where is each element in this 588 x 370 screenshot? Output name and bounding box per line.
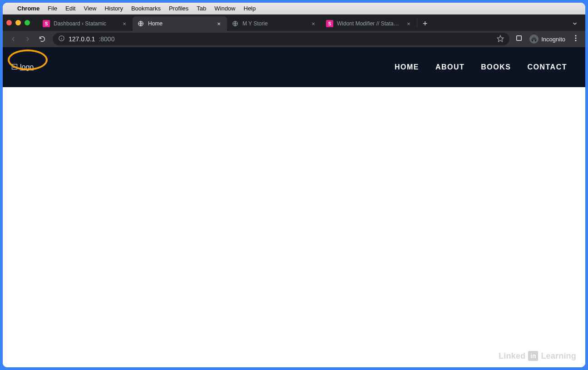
site-info-icon[interactable] — [58, 35, 65, 43]
macos-menubar: Chrome File Edit View History Bookmarks … — [3, 3, 585, 15]
nav-contact[interactable]: CONTACT — [527, 63, 567, 71]
window-controls — [6, 15, 30, 31]
close-window-button[interactable] — [6, 20, 12, 25]
chrome-toolbar: 127.0.0.1:8000 Incognito — [3, 31, 585, 47]
view-menu[interactable]: View — [84, 5, 96, 12]
incognito-icon — [529, 35, 539, 44]
window-menu[interactable]: Window — [214, 5, 235, 12]
close-tab-icon[interactable]: × — [121, 21, 128, 27]
nav-books[interactable]: BOOKS — [481, 63, 511, 71]
back-button[interactable] — [9, 35, 17, 43]
statamic-favicon-icon: S — [326, 20, 333, 27]
tab-title: Widont Modifier // Statamic 3 D — [337, 20, 401, 27]
tabs-overflow-button[interactable] — [568, 16, 582, 31]
linkedin-in-icon: in — [528, 351, 538, 361]
incognito-badge[interactable]: Incognito — [528, 34, 567, 44]
linkedin-learning-watermark: Linked in Learning — [499, 351, 576, 361]
tab-title: Home — [148, 20, 212, 27]
edit-menu[interactable]: Edit — [65, 5, 75, 12]
history-menu[interactable]: History — [104, 5, 123, 12]
chrome-tab-strip: S Dashboard ‹ Statamic × Home × M Y Stor… — [3, 15, 585, 31]
site-logo[interactable]: logo — [12, 63, 34, 71]
tabs-container: S Dashboard ‹ Statamic × Home × M Y Stor… — [38, 15, 433, 31]
forward-button[interactable] — [24, 35, 32, 43]
watermark-text: Linked — [499, 351, 525, 361]
incognito-label: Incognito — [541, 36, 565, 43]
url-host: 127.0.0.1 — [69, 35, 95, 43]
svg-point-7 — [575, 35, 577, 36]
site-nav: HOME ABOUT BOOKS CONTACT — [395, 63, 567, 71]
logo-alt-text: logo — [20, 63, 34, 71]
new-tab-button[interactable]: + — [417, 16, 433, 31]
fullscreen-window-button[interactable] — [25, 20, 30, 25]
site-header: logo HOME ABOUT BOOKS CONTACT — [3, 47, 585, 87]
tab-menu[interactable]: Tab — [197, 5, 206, 12]
svg-point-9 — [575, 40, 577, 41]
tab-dashboard[interactable]: S Dashboard ‹ Statamic × — [38, 16, 133, 31]
globe-favicon-icon — [232, 20, 239, 27]
tab-title: M Y Storie — [242, 20, 306, 27]
profiles-menu[interactable]: Profiles — [169, 5, 188, 12]
svg-rect-6 — [517, 36, 522, 41]
nav-about[interactable]: ABOUT — [435, 63, 464, 71]
toolbar-right: Incognito — [513, 34, 582, 44]
svg-point-8 — [575, 38, 577, 39]
reload-button[interactable] — [38, 35, 46, 43]
close-tab-icon[interactable]: × — [215, 21, 222, 27]
globe-favicon-icon — [137, 20, 144, 27]
tab-home[interactable]: Home × — [133, 16, 227, 31]
bookmarks-menu[interactable]: Bookmarks — [131, 5, 161, 12]
bookmark-star-icon[interactable] — [497, 35, 504, 44]
tab-widont[interactable]: S Widont Modifier // Statamic 3 D × — [321, 16, 417, 31]
svg-marker-5 — [498, 35, 504, 41]
app-menu[interactable]: Chrome — [17, 5, 40, 12]
nav-buttons — [6, 35, 49, 43]
broken-image-icon — [12, 64, 18, 70]
help-menu[interactable]: Help — [244, 5, 256, 12]
close-tab-icon[interactable]: × — [405, 21, 412, 27]
watermark-text: Learning — [541, 351, 576, 361]
address-bar[interactable]: 127.0.0.1:8000 — [53, 33, 509, 45]
url-port: :8000 — [99, 35, 114, 43]
close-tab-icon[interactable]: × — [310, 21, 317, 27]
tab-title: Dashboard ‹ Statamic — [54, 20, 117, 27]
tab-storie[interactable]: M Y Storie × — [227, 16, 321, 31]
statamic-favicon-icon: S — [43, 20, 50, 27]
extensions-icon[interactable] — [515, 34, 523, 44]
nav-home[interactable]: HOME — [395, 63, 419, 71]
minimize-window-button[interactable] — [15, 20, 21, 25]
chrome-menu-icon[interactable] — [572, 34, 580, 44]
page-viewport: logo HOME ABOUT BOOKS CONTACT Linked in … — [3, 47, 585, 367]
file-menu[interactable]: File — [48, 5, 57, 12]
